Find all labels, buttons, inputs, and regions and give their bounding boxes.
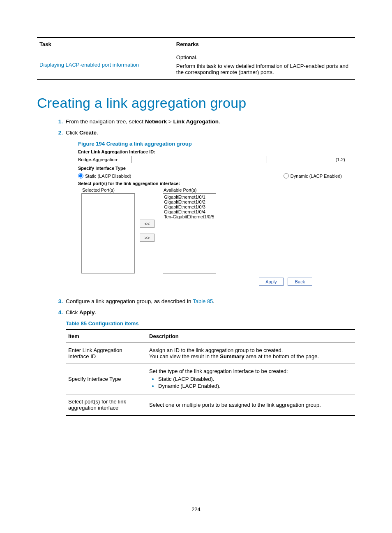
selected-ports-label: Selected Port(s) xyxy=(82,188,135,192)
cfg-header-desc: Description xyxy=(147,329,355,343)
table-85-link[interactable]: Table 85 xyxy=(193,298,213,304)
table-row: Select port(s) for the link aggregation … xyxy=(66,394,355,416)
top-table-header-remarks: Remarks xyxy=(174,37,355,50)
bridge-agg-label: Bridge-Aggregation: xyxy=(78,157,131,162)
list-item[interactable]: GigabitEthernet1/0/4 xyxy=(164,209,215,214)
select-ports-label: Select port(s) for the link aggregation … xyxy=(78,181,345,186)
list-item[interactable]: GigabitEthernet1/0/2 xyxy=(164,199,215,204)
remarks-optional: Optional. xyxy=(176,54,353,60)
config-items-table: Item Description Enter Link Aggregation … xyxy=(66,329,355,416)
list-item[interactable]: Ten-GigabitEthernet1/0/5 xyxy=(164,214,215,219)
step-1: 1. From the navigation tree, select Netw… xyxy=(66,118,355,125)
table-caption: Table 85 Configuration items xyxy=(66,320,355,327)
enter-id-label: Enter Link Aggregation Interface ID: xyxy=(78,149,345,154)
list-item[interactable]: GigabitEthernet1/0/3 xyxy=(164,204,215,209)
move-right-button[interactable]: >> xyxy=(140,234,154,242)
radio-dynamic[interactable] xyxy=(284,173,289,178)
list-item: Static (LACP Disabled). xyxy=(158,376,353,382)
bridge-agg-hint: (1-2) xyxy=(336,157,345,162)
radio-static[interactable] xyxy=(78,173,83,178)
page-title: Creating a link aggregation group xyxy=(37,95,355,111)
radio-static-opt[interactable]: Static (LACP Disabled) xyxy=(78,173,131,178)
back-button[interactable]: Back xyxy=(288,278,312,286)
step-3: 3. Configure a link aggregation group, a… xyxy=(66,298,355,304)
table-row: Displaying LACP-enabled port information… xyxy=(37,50,355,80)
table-row: Specify Interface Type Set the type of t… xyxy=(66,364,355,394)
move-left-button[interactable]: << xyxy=(140,220,154,228)
available-ports-list[interactable]: GigabitEthernet1/0/1 GigabitEthernet1/0/… xyxy=(163,193,216,273)
specify-type-label: Specify Interface Type xyxy=(78,166,345,171)
step-2: 2. Click Create. Figure 194 Creating a l… xyxy=(66,130,355,286)
list-item[interactable]: GigabitEthernet1/0/1 xyxy=(164,195,215,199)
step-4: 4. Click Apply. xyxy=(66,309,355,315)
radio-dynamic-opt[interactable]: Dynamic (LACP Enabled) xyxy=(284,173,342,178)
remarks-detail: Perform this task to view detailed infor… xyxy=(176,63,353,75)
figure-caption: Figure 194 Creating a link aggregation g… xyxy=(78,141,355,147)
top-task-table: Task Remarks Displaying LACP-enabled por… xyxy=(37,37,355,80)
list-item: Dynamic (LACP Enabled). xyxy=(158,383,353,389)
lacp-port-info-link[interactable]: Displaying LACP-enabled port information xyxy=(39,62,139,68)
bridge-agg-input[interactable] xyxy=(131,156,267,163)
page-number: 224 xyxy=(0,506,392,512)
available-ports-label: Available Port(s) xyxy=(164,188,216,192)
apply-button[interactable]: Apply xyxy=(259,278,284,286)
table-row: Enter Link Aggregation Interface ID Assi… xyxy=(66,343,355,364)
link-agg-form: Enter Link Aggregation Interface ID: Bri… xyxy=(78,149,345,273)
cfg-header-item: Item xyxy=(66,329,147,343)
top-table-header-task: Task xyxy=(37,37,174,50)
selected-ports-list[interactable] xyxy=(81,193,135,273)
